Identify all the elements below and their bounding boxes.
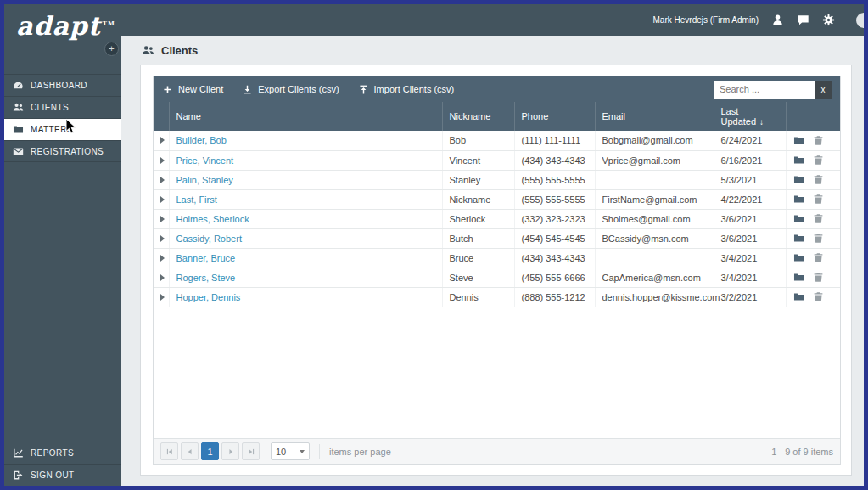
users-icon [13,102,24,113]
client-name-cell: Holmes, Sherlock [169,209,442,228]
new-client-label: New Client [178,84,223,94]
expand-row-icon[interactable] [160,235,165,242]
clients-grid: New Client Export Clients (csv) [153,76,841,465]
sidebar-item-clients[interactable]: CLIENTS [4,96,121,118]
delete-trash-icon[interactable] [813,291,824,302]
expand-row-icon[interactable] [160,137,165,144]
search-clear-button[interactable]: x [815,81,832,99]
chat-icon[interactable] [797,14,809,26]
edge-circle-icon[interactable] [856,13,864,28]
sidebar-item-sign-out[interactable]: SIGN OUT [4,464,121,486]
matters-folder-icon[interactable] [793,135,804,146]
sidebar-item-matters[interactable]: MATTERS [4,118,121,140]
search-input[interactable] [714,81,815,99]
export-clients-label: Export Clients (csv) [258,84,339,94]
client-last-updated-cell: 3/2/2021 [714,287,786,307]
matters-folder-icon[interactable] [793,272,804,283]
matters-folder-icon[interactable] [793,291,804,302]
column-header-last-updated[interactable]: Last Updated↓ [714,102,786,131]
expand-cell [154,150,169,170]
delete-trash-icon[interactable] [813,135,824,146]
delete-trash-icon[interactable] [813,252,824,263]
new-client-button[interactable]: New Client [162,84,223,95]
column-header-nickname[interactable]: Nickname [442,102,514,131]
client-name-link[interactable]: Last, First [176,194,217,205]
first-page-icon [165,448,174,456]
delete-trash-icon[interactable] [813,272,824,283]
matters-folder-icon[interactable] [793,174,804,185]
column-header-phone[interactable]: Phone [514,102,595,131]
client-nickname-cell: Vincent [442,150,514,170]
client-nickname-cell: Butch [442,228,514,248]
matters-folder-icon[interactable] [793,194,804,205]
client-email-cell: dennis.hopper@kissme.com [595,287,714,307]
client-name-link[interactable]: Palin, Stanley [176,175,233,185]
sidebar-item-label: REGISTRATIONS [31,147,104,156]
gear-icon[interactable] [822,14,835,26]
matters-folder-icon[interactable] [793,155,804,166]
next-page-button[interactable] [221,442,239,460]
first-page-button[interactable] [160,442,178,460]
client-name-link[interactable]: Banner, Bruce [176,253,236,263]
client-actions-cell [786,228,840,248]
delete-trash-icon[interactable] [813,194,824,205]
expand-row-icon[interactable] [160,157,165,164]
column-header-name[interactable]: Name [169,102,442,131]
client-actions-cell [786,150,840,170]
client-name-link[interactable]: Price, Vincent [176,155,234,166]
sidebar-collapse-button[interactable]: + [104,42,119,56]
client-name-cell: Palin, Stanley [169,170,442,189]
expand-row-icon[interactable] [160,255,165,262]
user-account-icon[interactable] [771,14,784,26]
column-header-email[interactable]: Email [595,102,714,131]
delete-trash-icon[interactable] [813,213,824,224]
matters-folder-icon[interactable] [793,213,804,224]
page-1-button[interactable]: 1 [201,442,219,460]
sidebar-item-label: SIGN OUT [31,470,75,480]
content-area: Clients New Client [121,36,864,486]
client-nickname-cell: Nickname [442,189,514,209]
client-last-updated-cell: 6/24/2021 [714,131,786,150]
app-logo: adaptTM [16,11,121,41]
main-area: Mark Hevrdejs (Firm Admin) Clients [121,4,864,486]
search-box: x [714,81,832,99]
matters-folder-icon[interactable] [793,252,804,263]
sidebar-item-dashboard[interactable]: DASHBOARD [4,74,121,96]
next-page-icon [227,448,235,456]
sidebar-item-reports[interactable]: REPORTS [4,442,121,464]
client-row: Hopper, Dennis Dennis (888) 555-1212 den… [154,287,840,307]
prev-page-button[interactable] [181,442,199,460]
expand-row-icon[interactable] [160,177,165,183]
delete-trash-icon[interactable] [813,233,824,244]
sort-desc-icon: ↓ [759,117,764,127]
client-name-cell: Builder, Bob [169,131,442,150]
plus-icon [162,84,173,95]
logo-trademark: TM [103,20,115,27]
client-name-link[interactable]: Rogers, Steve [176,273,236,283]
matters-folder-icon[interactable] [793,233,804,244]
client-name-link[interactable]: Holmes, Sherlock [176,214,249,224]
client-name-link[interactable]: Hopper, Dennis [176,292,241,302]
pager-range-label: 1 - 9 of 9 items [771,447,833,457]
client-nickname-cell: Dennis [442,287,514,307]
export-clients-button[interactable]: Export Clients (csv) [242,84,339,95]
expand-row-icon[interactable] [160,274,165,281]
delete-trash-icon[interactable] [813,155,824,166]
sidebar-item-registrations[interactable]: REGISTRATIONS [4,140,121,162]
dashboard-icon [13,80,24,91]
import-clients-button[interactable]: Import Clients (csv) [358,84,455,95]
client-name-link[interactable]: Cassidy, Robert [176,234,242,244]
expand-row-icon[interactable] [160,196,165,203]
logo-area: adaptTM + [4,4,121,74]
last-page-button[interactable] [242,442,260,460]
clients-table-body: Builder, Bob Bob (111) 111-1111 Bobgmail… [154,131,840,307]
client-name-link[interactable]: Builder, Bob [176,135,227,145]
last-page-icon [247,448,255,456]
client-email-cell: Vprice@gmail.com [595,150,714,170]
client-nickname-cell: Stanley [442,170,514,189]
expand-row-icon[interactable] [160,216,165,222]
sidebar-bottom-nav: REPORTS SIGN OUT [4,442,121,486]
expand-row-icon[interactable] [160,294,165,301]
page-size-dropdown[interactable]: 10 [271,442,310,460]
delete-trash-icon[interactable] [813,174,824,185]
